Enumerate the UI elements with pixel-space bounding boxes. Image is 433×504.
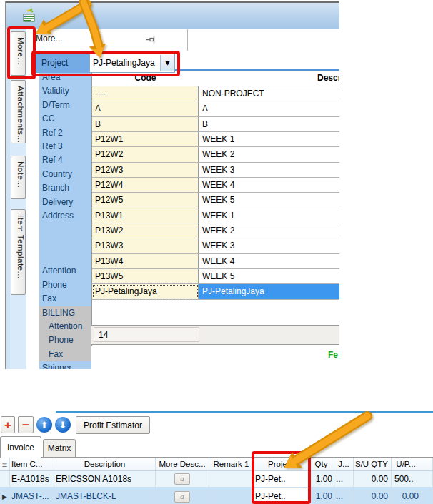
- row-indicator-cell: ▶: [0, 488, 10, 504]
- lookup-row[interactable]: P13W5WEEK 5: [92, 269, 339, 284]
- lookup-desc-cell[interactable]: A: [199, 101, 339, 116]
- lookup-code-cell[interactable]: P13W1: [92, 208, 199, 223]
- lookup-row-selected[interactable]: PJ-PetalingJayaPJ-PetalingJaya: [92, 284, 339, 299]
- lookup-row[interactable]: P12W2WEEK 2: [92, 147, 339, 162]
- side-tab-item-template[interactable]: Item Template...: [11, 209, 26, 295]
- lookup-row[interactable]: BB: [92, 117, 339, 132]
- j-cell[interactable]: ...: [334, 488, 354, 504]
- lookup-code-cell[interactable]: P12W5: [92, 193, 199, 207]
- form-label-branch: Branch: [39, 181, 91, 195]
- invoice-grid: ≣ Item C... Description More Desc... Rem…: [0, 457, 433, 504]
- lookup-row[interactable]: AA: [92, 101, 339, 116]
- header-project[interactable]: Project: [254, 458, 309, 470]
- lookup-desc-cell[interactable]: PJ-PetalingJaya: [199, 284, 339, 298]
- lookup-code-cell[interactable]: P12W3: [92, 163, 199, 177]
- delete-row-button[interactable]: −: [18, 416, 34, 433]
- lookup-code-cell[interactable]: P13W3: [92, 238, 199, 253]
- remark-cell[interactable]: [209, 488, 254, 504]
- move-down-button[interactable]: ⬇: [55, 417, 71, 433]
- header-description[interactable]: Description: [54, 458, 156, 470]
- description-cell[interactable]: JMAST-BLCK-L: [54, 488, 156, 504]
- form-label-ref4: Ref 4: [39, 153, 91, 167]
- lookup-desc-cell[interactable]: B: [199, 117, 339, 131]
- lookup-header-code[interactable]: Code: [92, 71, 199, 86]
- lookup-desc-cell[interactable]: WEEK 2: [199, 223, 339, 238]
- pin-icon[interactable]: [146, 35, 156, 44]
- remove-icon: −: [22, 419, 29, 431]
- lookup-code-cell[interactable]: P13W4: [92, 254, 199, 268]
- lookup-code-cell[interactable]: P12W1: [92, 132, 199, 146]
- lookup-row[interactable]: P13W3WEEK 3: [92, 238, 339, 253]
- lookup-code-cell[interactable]: PJ-PetalingJaya: [92, 284, 199, 298]
- lookup-desc-cell[interactable]: WEEK 2: [199, 147, 339, 161]
- lookup-desc-cell[interactable]: WEEK 4: [199, 178, 339, 192]
- tab-invoice-label: Invoice: [7, 443, 34, 453]
- lookup-desc-cell[interactable]: WEEK 5: [199, 193, 339, 207]
- header-su-qty[interactable]: S/U QTY: [354, 458, 392, 470]
- description-cell[interactable]: ERICSSON A1018s: [54, 471, 156, 487]
- header-qty[interactable]: Qty: [309, 458, 334, 470]
- lookup-desc-cell[interactable]: WEEK 3: [199, 238, 339, 253]
- lookup-code-cell[interactable]: P12W2: [92, 147, 199, 161]
- lookup-desc-cell[interactable]: NON-PROJECT: [199, 86, 339, 101]
- qty-cell[interactable]: 1.00: [309, 488, 334, 504]
- tab-invoice[interactable]: Invoice: [0, 436, 41, 458]
- lookup-desc-cell[interactable]: WEEK 1: [199, 132, 339, 146]
- lookup-desc-cell[interactable]: WEEK 5: [199, 269, 339, 283]
- lookup-desc-cell[interactable]: WEEK 3: [199, 163, 339, 177]
- lookup-code-cell[interactable]: ----: [92, 86, 199, 101]
- su-qty-cell[interactable]: 0.00: [354, 471, 392, 487]
- item-code-cell[interactable]: E-A1018s: [10, 471, 54, 487]
- lookup-row[interactable]: P13W1WEEK 1: [92, 208, 339, 223]
- lookup-row[interactable]: ----NON-PROJECT: [92, 86, 339, 101]
- more-desc-button[interactable]: a: [174, 491, 190, 503]
- project-dropdown-button[interactable]: ▾: [160, 55, 174, 71]
- header-j[interactable]: J...: [334, 458, 354, 470]
- side-tab-more[interactable]: More...: [11, 31, 26, 76]
- qty-cell[interactable]: 1.00: [309, 471, 334, 487]
- add-row-button[interactable]: +: [1, 416, 15, 433]
- lookup-row[interactable]: P12W3WEEK 3: [92, 163, 339, 178]
- lookup-code-cell[interactable]: P13W2: [92, 223, 199, 238]
- lookup-row[interactable]: P13W4WEEK 4: [92, 254, 339, 269]
- more-desc-button[interactable]: a: [174, 473, 190, 485]
- lookup-desc-cell[interactable]: WEEK 1: [199, 208, 339, 223]
- columns-icon[interactable]: ≣: [0, 458, 10, 470]
- billing-label-fax: Fax: [39, 348, 91, 361]
- profit-estimator-button[interactable]: Profit Estimator: [76, 416, 150, 434]
- side-tab-note[interactable]: Note...: [11, 156, 26, 199]
- invoice-grid-row[interactable]: E-A1018s ERICSSON A1018s a PJ-Pet.. 1.00…: [0, 471, 433, 488]
- unit-price-cell[interactable]: 0.00: [392, 488, 433, 504]
- lookup-row[interactable]: P12W5WEEK 5: [92, 193, 339, 208]
- more-desc-cell[interactable]: a: [156, 471, 209, 487]
- lookup-code-cell[interactable]: A: [92, 101, 199, 116]
- side-tab-attachments[interactable]: Attachments...: [11, 80, 26, 143]
- tab-matrix[interactable]: Matrix: [43, 439, 76, 457]
- lookup-desc-cell[interactable]: WEEK 4: [199, 254, 339, 268]
- lookup-row[interactable]: P12W1WEEK 1: [92, 132, 339, 147]
- unit-price-cell[interactable]: 500..: [392, 471, 433, 487]
- item-code-cell[interactable]: JMAST-...: [10, 488, 54, 504]
- header-remark[interactable]: Remark 1: [209, 458, 254, 470]
- remark-cell[interactable]: [209, 471, 254, 487]
- lookup-row[interactable]: P12W4WEEK 4: [92, 178, 339, 193]
- form-label-panel: Area Validity D/Term CC Ref 2 Ref 3 Ref …: [39, 71, 91, 369]
- move-up-button[interactable]: ⬆: [36, 417, 52, 433]
- su-qty-cell[interactable]: 0.00: [354, 488, 392, 504]
- header-unit-price[interactable]: U/P...: [392, 458, 433, 470]
- invoice-grid-row-selected[interactable]: ▶ JMAST-... JMAST-BLCK-L a PJ-Pet.. 1.00…: [0, 488, 433, 504]
- form-label-ref2: Ref 2: [39, 126, 91, 140]
- project-cell[interactable]: PJ-Pet..: [254, 488, 309, 504]
- lookup-header-description[interactable]: Description: [317, 71, 339, 86]
- header-more-desc[interactable]: More Desc...: [156, 458, 209, 470]
- lookup-code-cell[interactable]: B: [92, 117, 199, 131]
- lookup-row[interactable]: P13W2WEEK 2: [92, 223, 339, 238]
- more-desc-cell[interactable]: a: [156, 488, 209, 504]
- lookup-code-cell[interactable]: P12W4: [92, 178, 199, 192]
- side-tab-item-template-label: Item Template...: [16, 215, 25, 279]
- header-item-code[interactable]: Item C...: [10, 458, 54, 470]
- lookup-code-cell[interactable]: P13W5: [92, 269, 199, 283]
- project-cell[interactable]: PJ-Pet..: [254, 471, 309, 487]
- side-tab-note-label: Note...: [16, 161, 25, 188]
- j-cell[interactable]: ...: [334, 471, 354, 487]
